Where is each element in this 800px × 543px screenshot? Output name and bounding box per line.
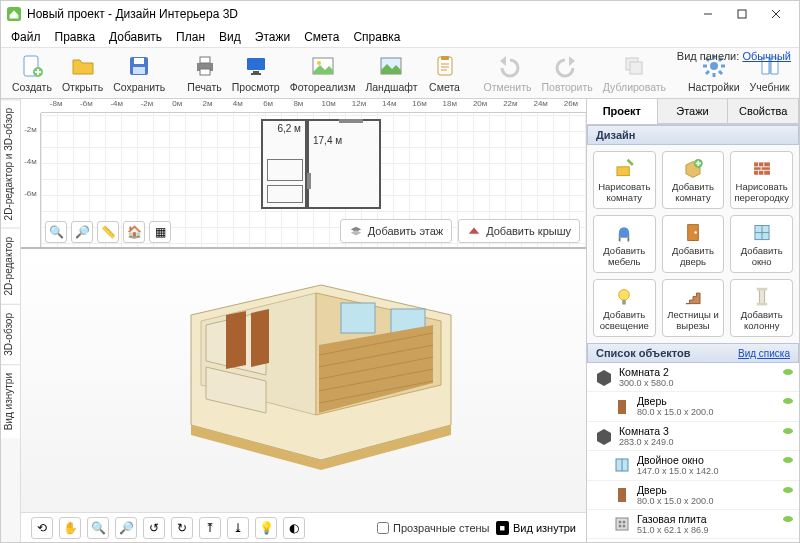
card-draw-room[interactable]: Нарисовать комнату — [593, 151, 656, 209]
menu-plan[interactable]: План — [170, 28, 211, 46]
object-name: Комната 2 — [619, 366, 674, 378]
print-button[interactable]: Печать — [182, 50, 226, 96]
view-button[interactable]: Просмотр — [227, 50, 285, 96]
inside-view-button[interactable]: ■Вид изнутри — [496, 521, 576, 535]
bricks-icon — [751, 158, 773, 179]
object-item[interactable]: Комната 3283.0 x 249.0 — [587, 422, 799, 451]
tab-project[interactable]: Проект — [586, 98, 658, 124]
visibility-toggle[interactable] — [783, 428, 793, 434]
titlebar: Новый проект - Дизайн Интерьера 3D — [1, 1, 799, 27]
room-area-b: 17,4 м — [313, 135, 375, 146]
visibility-toggle[interactable] — [783, 398, 793, 404]
object-item[interactable]: Дверь80.0 x 15.0 x 200.0 — [587, 392, 799, 421]
svg-rect-14 — [253, 71, 259, 73]
photoreal-button[interactable]: Фотореализм — [285, 50, 361, 96]
pan-icon[interactable]: ✋ — [59, 517, 81, 539]
viewtab-inside[interactable]: Вид изнутри — [1, 364, 20, 438]
orbit-icon[interactable]: ⟲ — [31, 517, 53, 539]
card-add-room[interactable]: Добавить комнату — [662, 151, 725, 209]
object-dims: 51.0 x 62.1 x 86.9 — [637, 525, 709, 535]
printer-icon — [192, 53, 218, 79]
create-button[interactable]: Создать — [7, 50, 57, 96]
visibility-toggle[interactable] — [783, 516, 793, 522]
add-floor-button[interactable]: Добавить этаж — [340, 219, 452, 243]
card-add-window[interactable]: Добавить окно — [730, 215, 793, 273]
objects-list[interactable]: Комната 2300.0 x 580.0Дверь80.0 x 15.0 x… — [587, 363, 799, 542]
pane-3d[interactable]: ⟲ ✋ 🔍 🔎 ↺ ↻ ⤒ ⤓ 💡 ◐ Прозрачные стены ■Ви… — [21, 249, 586, 542]
object-item[interactable]: Комната 2300.0 x 580.0 — [587, 363, 799, 392]
visibility-toggle[interactable] — [783, 487, 793, 493]
home-icon[interactable]: 🏠 — [123, 221, 145, 243]
camera-icon: ■ — [496, 521, 509, 535]
zoom-out-3d[interactable]: 🔎 — [115, 517, 137, 539]
landscape-button[interactable]: Ландшафт — [360, 50, 422, 96]
undo-button[interactable]: Отменить — [479, 50, 537, 96]
rotate-l-icon[interactable]: ↺ — [143, 517, 165, 539]
svg-rect-74 — [756, 303, 767, 306]
duplicate-button[interactable]: Дублировать — [598, 50, 671, 96]
rotate-r-icon[interactable]: ↻ — [171, 517, 193, 539]
door-icon — [613, 486, 631, 504]
zoom-in-2d[interactable]: 🔍 — [45, 221, 67, 243]
object-item[interactable]: Газовая плита51.0 x 62.1 x 86.9 — [587, 510, 799, 539]
save-button[interactable]: Сохранить — [108, 50, 170, 96]
maximize-button[interactable] — [725, 3, 759, 25]
monitor-icon — [243, 53, 269, 79]
light-icon[interactable]: 💡 — [255, 517, 277, 539]
menu-help[interactable]: Справка — [347, 28, 406, 46]
card-add-column[interactable]: Добавить колонну — [730, 279, 793, 337]
tab-properties[interactable]: Свойства — [727, 98, 799, 124]
open-button[interactable]: Открыть — [57, 50, 108, 96]
svg-rect-75 — [618, 400, 626, 414]
card-draw-partition[interactable]: Нарисовать перегородку — [730, 151, 793, 209]
tilt-up-icon[interactable]: ⤒ — [199, 517, 221, 539]
menu-estimate[interactable]: Смета — [298, 28, 345, 46]
ruler-horizontal: -8м-6м-4м-2м0м2м4м6м8м10м12м14м16м18м20м… — [41, 99, 586, 113]
visibility-toggle[interactable] — [783, 369, 793, 375]
card-add-lighting[interactable]: Добавить освещение — [593, 279, 656, 337]
menu-edit[interactable]: Правка — [49, 28, 102, 46]
measure-icon[interactable]: 📏 — [97, 221, 119, 243]
file-new-icon — [19, 53, 45, 79]
svg-rect-79 — [616, 518, 628, 530]
redo-button[interactable]: Повторить — [537, 50, 598, 96]
card-add-furniture[interactable]: Добавить мебель — [593, 215, 656, 273]
svg-rect-45 — [341, 303, 375, 333]
stove-icon — [613, 515, 631, 533]
minimize-button[interactable] — [691, 3, 725, 25]
shadow-icon[interactable]: ◐ — [283, 517, 305, 539]
viewtab-combined[interactable]: 2D-редактор и 3D-обзор — [1, 99, 20, 228]
zoom-out-2d[interactable]: 🔎 — [71, 221, 93, 243]
grid-toggle[interactable]: ▦ — [149, 221, 171, 243]
svg-point-82 — [619, 525, 622, 528]
menu-file[interactable]: Файл — [5, 28, 47, 46]
right-tabs: Проект Этажи Свойства — [587, 99, 799, 125]
pane-2d[interactable]: -8м-6м-4м-2м0м2м4м6м8м10м12м14м16м18м20м… — [21, 99, 586, 249]
svg-point-70 — [619, 290, 630, 301]
objects-view-link[interactable]: Вид списка — [738, 348, 790, 359]
box-plus-icon — [682, 158, 704, 179]
svg-rect-13 — [247, 58, 265, 70]
menu-add[interactable]: Добавить — [103, 28, 168, 46]
window-title: Новый проект - Дизайн Интерьера 3D — [27, 7, 238, 21]
tilt-down-icon[interactable]: ⤓ — [227, 517, 249, 539]
estimate-button[interactable]: Смета — [423, 50, 467, 96]
viewtab-2d[interactable]: 2D-редактор — [1, 228, 20, 304]
close-button[interactable] — [759, 3, 793, 25]
add-roof-button[interactable]: Добавить крышу — [458, 219, 580, 243]
object-item[interactable]: Дверь80.0 x 15.0 x 200.0 — [587, 481, 799, 510]
menu-view[interactable]: Вид — [213, 28, 247, 46]
object-dims: 147.0 x 15.0 x 142.0 — [637, 466, 719, 476]
svg-point-66 — [694, 231, 696, 233]
card-add-door[interactable]: Добавить дверь — [662, 215, 725, 273]
viewtab-3d[interactable]: 3D-обзор — [1, 304, 20, 364]
object-item[interactable]: Комната 7 — [587, 539, 799, 542]
view-panel-link[interactable]: Обычный — [742, 50, 791, 62]
menu-floors[interactable]: Этажи — [249, 28, 296, 46]
transparent-walls-checkbox[interactable]: Прозрачные стены — [377, 522, 489, 534]
object-item[interactable]: Двойное окно147.0 x 15.0 x 142.0 — [587, 451, 799, 480]
tab-floors[interactable]: Этажи — [657, 98, 729, 124]
card-stairs-cuts[interactable]: Лестницы и вырезы — [662, 279, 725, 337]
visibility-toggle[interactable] — [783, 457, 793, 463]
zoom-in-3d[interactable]: 🔍 — [87, 517, 109, 539]
